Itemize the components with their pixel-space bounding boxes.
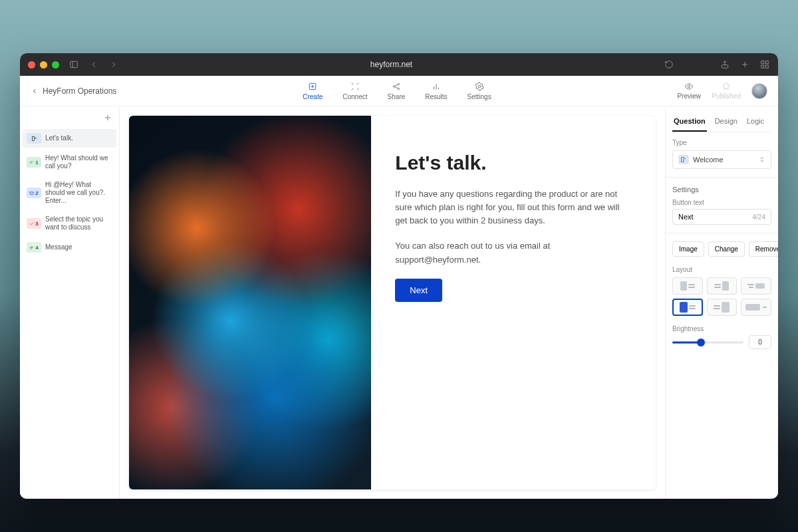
svg-line-14 bbox=[394, 86, 398, 88]
welcome-paragraph-1[interactable]: If you have any questions regarding the … bbox=[395, 188, 632, 227]
welcome-paragraph-2[interactable]: You can also reach out to us via email a… bbox=[395, 239, 632, 266]
browser-window: heyform.net HeyForm Operations Create bbox=[20, 53, 778, 499]
layout-option-5[interactable] bbox=[707, 299, 737, 316]
long-text-badge-icon: 4 bbox=[27, 242, 41, 253]
add-question-button[interactable] bbox=[103, 113, 112, 122]
properties-tabs: Question Design Logic bbox=[672, 113, 771, 132]
question-item-welcome[interactable]: Let's talk. bbox=[23, 129, 116, 148]
short-text-badge-icon: 1 bbox=[27, 157, 41, 168]
question-item-label: Message bbox=[45, 243, 112, 251]
header-tabs: Create Connect Share Results Settings bbox=[303, 82, 491, 100]
chevron-updown-icon bbox=[759, 156, 765, 163]
svg-rect-0 bbox=[70, 61, 78, 67]
layout-option-2[interactable] bbox=[707, 277, 737, 295]
change-image-button[interactable]: Change bbox=[708, 241, 745, 257]
layout-option-4[interactable] bbox=[672, 299, 703, 316]
buttontext-counter: 4/24 bbox=[753, 213, 765, 221]
preview-button[interactable]: Preview bbox=[677, 82, 701, 100]
image-controls: Image Change Remove bbox=[672, 241, 771, 257]
email-badge-icon: 2 bbox=[27, 188, 41, 198]
publish-icon bbox=[722, 82, 731, 91]
back-to-workspace[interactable]: HeyForm Operations bbox=[31, 86, 116, 96]
buttontext-input[interactable] bbox=[678, 213, 739, 221]
reload-icon[interactable] bbox=[664, 59, 674, 70]
layout-option-3[interactable] bbox=[741, 277, 771, 295]
brightness-value[interactable]: 0 bbox=[749, 335, 771, 349]
question-item-4[interactable]: 4 Message bbox=[23, 238, 116, 257]
app-header: HeyForm Operations Create Connect Share bbox=[20, 76, 778, 106]
app-body: Let's talk. 1 Hey! What should we call y… bbox=[20, 106, 778, 499]
hero-image bbox=[129, 116, 371, 489]
svg-rect-31 bbox=[682, 158, 684, 162]
buttontext-label: Button text bbox=[672, 199, 771, 206]
slider-thumb[interactable] bbox=[697, 338, 705, 346]
welcome-content: Let's talk. If you have any questions re… bbox=[371, 116, 656, 489]
user-avatar[interactable] bbox=[751, 83, 767, 99]
layout-option-6[interactable] bbox=[741, 299, 771, 316]
type-label: Type bbox=[672, 139, 771, 146]
header-right: Preview Published bbox=[677, 82, 767, 100]
brightness-slider[interactable] bbox=[672, 338, 743, 347]
layout-option-1[interactable] bbox=[672, 277, 703, 295]
connect-icon bbox=[350, 82, 360, 91]
svg-rect-7 bbox=[761, 65, 764, 68]
question-item-1[interactable]: 1 Hey! What should we call you? bbox=[23, 150, 116, 174]
svg-point-19 bbox=[688, 85, 691, 88]
welcome-title[interactable]: Let's talk. bbox=[395, 152, 632, 174]
settings-icon bbox=[475, 82, 484, 91]
question-item-label: Hi @Hey! What should we call you?. Enter… bbox=[45, 181, 112, 205]
question-item-3[interactable]: 3 Select the topic you want to discuss bbox=[23, 211, 116, 235]
choice-badge-icon: 3 bbox=[27, 218, 41, 229]
tab-logic[interactable]: Logic bbox=[745, 113, 765, 132]
properties-panel: Question Design Logic Type Welcome Setti… bbox=[665, 106, 778, 499]
app: HeyForm Operations Create Connect Share bbox=[20, 76, 778, 499]
titlebar-right-icons bbox=[664, 59, 770, 70]
tab-create[interactable]: Create bbox=[303, 82, 323, 100]
question-item-label: Select the topic you want to discuss bbox=[45, 215, 112, 231]
share-icon[interactable] bbox=[720, 59, 730, 70]
layout-label: Layout bbox=[672, 266, 771, 273]
buttontext-input-wrap: 4/24 bbox=[672, 209, 771, 225]
fullscreen-window-button[interactable] bbox=[52, 61, 59, 68]
tab-design[interactable]: Design bbox=[714, 113, 739, 132]
form-preview-canvas: Let's talk. If you have any questions re… bbox=[129, 116, 656, 489]
next-button[interactable]: Next bbox=[395, 279, 442, 302]
question-list-panel: Let's talk. 1 Hey! What should we call y… bbox=[20, 106, 120, 499]
tab-results[interactable]: Results bbox=[425, 82, 447, 100]
image-label-button[interactable]: Image bbox=[672, 241, 704, 257]
question-item-label: Let's talk. bbox=[45, 134, 112, 142]
sidebar-toggle-icon[interactable] bbox=[68, 59, 79, 70]
svg-point-12 bbox=[398, 88, 399, 89]
question-list-header bbox=[23, 112, 116, 126]
type-value: Welcome bbox=[693, 156, 724, 164]
workspace-name: HeyForm Operations bbox=[43, 86, 116, 96]
minimize-window-button[interactable] bbox=[40, 61, 47, 68]
brightness-label: Brightness bbox=[672, 325, 771, 332]
question-type-select[interactable]: Welcome bbox=[672, 150, 771, 169]
svg-rect-8 bbox=[765, 65, 768, 68]
published-button[interactable]: Published bbox=[712, 82, 741, 100]
svg-point-18 bbox=[478, 85, 481, 88]
remove-image-button[interactable]: Remove bbox=[749, 241, 778, 257]
browser-url[interactable]: heyform.net bbox=[119, 60, 664, 69]
svg-rect-5 bbox=[761, 61, 764, 64]
share-tab-icon bbox=[392, 82, 401, 91]
results-icon bbox=[432, 82, 441, 91]
tabs-overview-icon[interactable] bbox=[759, 59, 770, 70]
new-tab-icon[interactable] bbox=[739, 59, 750, 70]
welcome-badge-icon bbox=[27, 133, 41, 144]
tab-connect[interactable]: Connect bbox=[342, 82, 367, 100]
close-window-button[interactable] bbox=[28, 61, 35, 68]
tab-share[interactable]: Share bbox=[387, 82, 405, 100]
preview-icon bbox=[684, 82, 694, 91]
tab-settings[interactable]: Settings bbox=[467, 82, 491, 100]
canvas-wrapper: Let's talk. If you have any questions re… bbox=[120, 106, 665, 499]
nav-forward-icon[interactable] bbox=[108, 59, 119, 70]
layout-options bbox=[672, 277, 771, 316]
browser-titlebar: heyform.net bbox=[20, 53, 778, 76]
create-icon bbox=[308, 82, 317, 91]
question-item-2[interactable]: 2 Hi @Hey! What should we call you?. Ent… bbox=[23, 177, 116, 209]
tab-question[interactable]: Question bbox=[672, 113, 707, 132]
titlebar-left-icons bbox=[68, 59, 119, 70]
nav-back-icon[interactable] bbox=[88, 59, 99, 70]
